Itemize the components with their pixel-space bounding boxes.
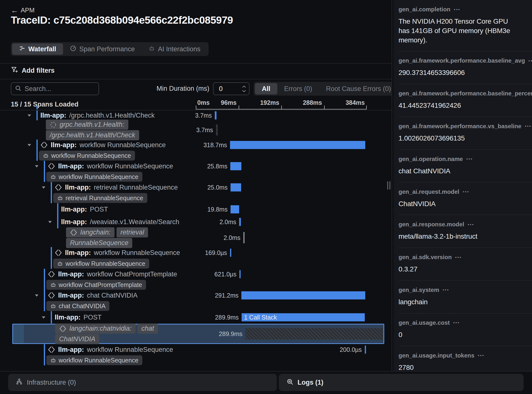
span-attributes-panel: gen_ai.completion•••The NVIDIA H200 Tens…: [394, 0, 532, 371]
duration-bar[interactable]: [239, 218, 241, 226]
attribute-key: gen_ai.response.model: [399, 221, 464, 228]
min-duration-input[interactable]: [218, 85, 234, 93]
back-arrow-icon: ←: [11, 7, 18, 14]
instrumentation-label: langchain:retrievalRunnableSequence: [0, 228, 392, 247]
back-label: APM: [21, 6, 34, 14]
span-row[interactable]: llm-app:workflow RunnableSequence25.8ms: [0, 161, 392, 172]
attribute-menu-dots-icon[interactable]: •••: [466, 157, 473, 161]
attribute-menu-dots-icon[interactable]: •••: [455, 255, 462, 259]
duration-bar[interactable]: [239, 270, 241, 278]
tab-label: Span Performance: [79, 45, 135, 53]
tag-text: chat: [141, 325, 154, 332]
dashed-circle-icon: [50, 121, 57, 128]
duration-bar[interactable]: [365, 346, 366, 354]
attribute-menu-dots-icon[interactable]: •••: [478, 353, 484, 358]
span-badge-row[interactable]: chat ChatNVIDIA: [0, 301, 392, 311]
span-name: chat ChatNVIDIA: [87, 292, 138, 299]
code-diamond-icon: [55, 184, 62, 191]
tab-waterfall[interactable]: Waterfall: [12, 43, 63, 55]
attribute-menu-dots-icon[interactable]: •••: [529, 59, 532, 63]
attribute-menu-dots-icon[interactable]: •••: [463, 190, 469, 194]
attribute-menu-dots-icon[interactable]: •••: [443, 288, 449, 292]
duration-bar[interactable]: [231, 205, 239, 214]
span-badge-row[interactable]: workflow RunnableSequence: [0, 355, 392, 365]
attribute-key: gen_ai.operation.name: [399, 156, 463, 162]
duration-bar[interactable]: [215, 111, 216, 120]
tab-ai-interactions[interactable]: AI Interactions: [142, 43, 207, 55]
instrumentation-tag: langchain:chatnvidia:: [55, 323, 135, 334]
workflow-badge[interactable]: retrieval RunnableSequence: [53, 193, 147, 203]
logs-label: Logs (1): [298, 379, 323, 386]
duration-bar[interactable]: [231, 183, 241, 192]
infrastructure-icon: [16, 378, 23, 387]
span-row[interactable]: llm-app:/weaviate.v1.Weaviate/Search2.0m…: [0, 215, 392, 228]
segment-all[interactable]: All: [255, 83, 277, 94]
divider: [0, 63, 392, 64]
span-row[interactable]: llm-app:workflow RunnableSequence200.0µs: [0, 344, 392, 355]
segment-errors[interactable]: Errors (0): [277, 83, 319, 94]
min-duration-field: [213, 82, 249, 95]
span-row[interactable]: llm-app:POST289.9ms1 Call Stack: [0, 311, 392, 323]
panel-resize-handle[interactable]: [387, 181, 390, 190]
span-row[interactable]: llm-app:POST19.8ms: [0, 203, 392, 215]
instrumentation-tag: retrieval: [116, 227, 148, 237]
workflow-badge[interactable]: workflow RunnableSequence: [39, 151, 135, 161]
duration-bar[interactable]: [216, 124, 218, 136]
span-name: POST: [90, 206, 108, 213]
duration-bar[interactable]: [230, 141, 365, 149]
min-duration-stepper[interactable]: [242, 86, 246, 92]
logs-button[interactable]: Logs (1): [279, 374, 524, 391]
workflow-badge[interactable]: workflow RunnableSequence: [46, 355, 142, 365]
infrastructure-button[interactable]: Infrastructure (0): [8, 374, 277, 391]
attribute-value: ChatNVIDIA: [399, 199, 521, 209]
attribute-value: chat ChatNVIDIA: [399, 166, 521, 176]
attribute-menu-dots-icon[interactable]: •••: [453, 321, 460, 325]
span-badge-row[interactable]: workflow RunnableSequence: [0, 172, 392, 182]
instrumentation-span-row[interactable]: langchain:retrievalRunnableSequence2.0ms: [0, 228, 392, 247]
attribute-item: gen_ai.framework.performance.vs_baseline…: [399, 117, 532, 150]
attribute-key: gen_ai.system: [399, 287, 439, 293]
back-button[interactable]: ← APM: [11, 6, 34, 14]
service-name: llm-app:: [51, 141, 77, 149]
span-tag-area: workflow RunnableSequence: [0, 172, 392, 182]
duration-bar[interactable]: [245, 328, 382, 340]
filter-plus-icon: [11, 66, 18, 75]
span-badge-row[interactable]: retrieval RunnableSequence: [0, 193, 392, 203]
axis-tick-label: 288ms: [303, 99, 322, 106]
duration-bar[interactable]: [230, 162, 241, 170]
span-row[interactable]: llm-app:workflow RunnableSequence169.0µs: [0, 247, 392, 258]
badge-label: workflow ChatPromptTemplate: [59, 281, 142, 288]
instrumentation-tag: /grpc.health.v1.Health/Check: [46, 130, 139, 140]
workflow-badge[interactable]: chat ChatNVIDIA: [46, 301, 109, 311]
segment-root-cause-errors[interactable]: Root Cause Errors (0): [319, 83, 392, 94]
span-row[interactable]: llm-app:workflow ChatPromptTemplate621.0…: [0, 269, 392, 280]
call-stack-label[interactable]: 1 Call Stack: [244, 314, 277, 321]
span-row[interactable]: llm-app:/grpc.health.v1.Health/Check3.7m…: [0, 110, 392, 120]
duration-bar[interactable]: [241, 291, 365, 300]
attribute-item: gen_ai.completion•••The NVIDIA H200 Tens…: [399, 0, 532, 51]
span-name: workflow RunnableSequence: [87, 162, 173, 170]
duration-bar[interactable]: [243, 232, 245, 243]
workflow-badge[interactable]: workflow ChatPromptTemplate: [46, 280, 146, 290]
duration-bar[interactable]: [230, 249, 231, 257]
span-row[interactable]: llm-app:retrieval RunnableSequence25.0ms: [0, 182, 392, 193]
span-badge-row[interactable]: workflow RunnableSequence: [0, 150, 392, 161]
tab-span-performance[interactable]: Span Performance: [63, 43, 142, 55]
workflow-badge[interactable]: workflow RunnableSequence: [46, 172, 142, 182]
span-badge-row[interactable]: workflow ChatPromptTemplate: [0, 280, 392, 290]
span-row[interactable]: llm-app:chat ChatNVIDIA291.2ms: [0, 290, 392, 301]
span-row[interactable]: llm-app:workflow RunnableSequence318.7ms: [0, 140, 392, 150]
span-name: retrieval RunnableSequence: [94, 184, 178, 191]
span-badge-row[interactable]: workflow RunnableSequence: [0, 258, 392, 269]
instrumentation-span-row[interactable]: grpc.health.v1.Health:/grpc.health.v1.He…: [0, 120, 392, 140]
attribute-menu-dots-icon[interactable]: •••: [525, 124, 532, 128]
search-input[interactable]: [24, 85, 95, 93]
workflow-badge[interactable]: workflow RunnableSequence: [53, 259, 149, 269]
attribute-menu-dots-icon[interactable]: •••: [468, 222, 474, 227]
duration-bar[interactable]: 1 Call Stack: [242, 313, 365, 322]
instrumentation-span-row[interactable]: langchain:chatnvidia:chatChatNVIDIA289.9…: [0, 323, 392, 344]
attribute-menu-dots-icon[interactable]: •••: [454, 7, 461, 12]
attribute-item: gen_ai.request.model•••ChatNVIDIA: [399, 182, 532, 215]
attribute-value: 290.37314653396606: [399, 68, 521, 77]
add-filters-button[interactable]: Add filters: [11, 66, 55, 75]
